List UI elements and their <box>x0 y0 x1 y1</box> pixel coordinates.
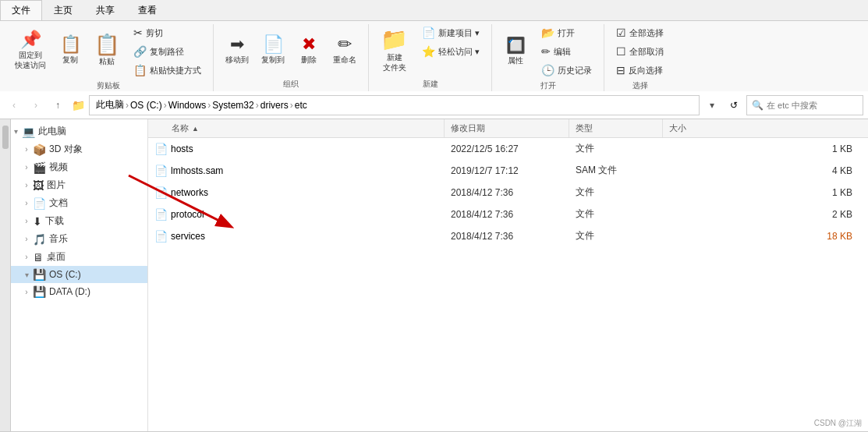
newitem-button[interactable]: 📄 新建项目 ▾ <box>416 24 485 41</box>
file-row-hosts[interactable]: 📄 hosts 2022/12/5 16:27 文件 1 KB <box>148 138 868 160</box>
ribbon-group-organize: ➡ 移动到 📄 复制到 ✖ 删除 ✏ 重命名 组织 <box>214 24 369 91</box>
sidebar-item-documents[interactable]: › 📄 文档 <box>11 194 147 212</box>
sidebar-label-3d: 3D 对象 <box>49 143 83 156</box>
file-date-lmhosts: 2019/12/7 17:12 <box>445 165 569 176</box>
file-row-protocol[interactable]: 📄 protocol 2018/4/12 7:36 文件 2 KB <box>148 204 868 225</box>
pasteshortcut-button[interactable]: 📋 粘贴快捷方式 <box>128 62 207 79</box>
cut-label: 剪切 <box>146 27 163 39</box>
easyaccess-button[interactable]: ⭐ 轻松访问 ▾ <box>416 43 485 60</box>
refresh-button[interactable]: ↺ <box>725 96 743 115</box>
search-input[interactable] <box>767 101 858 110</box>
dropdown-button[interactable]: ▾ <box>703 96 721 115</box>
moveto-button[interactable]: ➡ 移动到 <box>220 24 254 77</box>
documents-icon: 📄 <box>33 197 46 210</box>
tab-view[interactable]: 查看 <box>126 0 168 20</box>
datadrive-icon: 💾 <box>33 285 46 298</box>
file-row-lmhosts[interactable]: 📄 lmhosts.sam 2019/12/7 17:12 SAM 文件 4 K… <box>148 160 868 182</box>
sidebar-item-thispc[interactable]: ▾ 💻 此电脑 <box>11 122 147 140</box>
filename-hosts: hosts <box>171 143 193 154</box>
tab-share[interactable]: 共享 <box>84 0 126 20</box>
filename-networks: networks <box>171 187 208 198</box>
organize-label: 组织 <box>283 77 299 92</box>
col-type-label: 类型 <box>576 122 593 134</box>
selectall-icon: ☑ <box>616 27 626 39</box>
copypath-button[interactable]: 🔗 复制路径 <box>128 43 207 60</box>
forward-button[interactable]: › <box>27 96 45 115</box>
selectnone-button[interactable]: ☐ 全部取消 <box>611 43 669 60</box>
downloads-icon: ⬇ <box>33 215 42 228</box>
open-button[interactable]: 📂 打开 <box>536 24 597 41</box>
rename-button[interactable]: ✏ 重命名 <box>328 24 362 77</box>
invertselect-label: 反向选择 <box>629 65 663 76</box>
col-size[interactable]: 大小 <box>663 119 868 137</box>
sidebar-label-desktop: 桌面 <box>47 250 66 264</box>
sidebar-label-pictures: 图片 <box>47 179 66 192</box>
clipboard-label: 剪贴板 <box>97 79 120 94</box>
ribbon-tabs: 文件 主页 共享 查看 <box>0 0 868 21</box>
path-windows: Windows <box>168 100 207 111</box>
delete-icon: ✖ <box>302 36 316 53</box>
file-row-services[interactable]: 📄 services 2018/4/12 7:36 文件 18 KB <box>148 225 868 247</box>
desktop-icon: 🖥 <box>33 251 44 264</box>
pasteshortcut-label: 粘贴快捷方式 <box>150 65 201 76</box>
select-label: 选择 <box>632 79 648 94</box>
sidebar-label-osdrive: OS (C:) <box>49 269 81 280</box>
sidebar-item-downloads[interactable]: › ⬇ 下载 <box>11 212 147 230</box>
path-drivers: drivers <box>260 100 289 111</box>
sidebar-item-datadrive[interactable]: › 💾 DATA (D:) <box>11 283 147 300</box>
copy-button[interactable]: 📋 复制 <box>53 24 87 77</box>
sidebar-item-video[interactable]: › 🎬 视频 <box>11 158 147 176</box>
sidebar-item-music[interactable]: › 🎵 音乐 <box>11 230 147 248</box>
pin-button[interactable]: 📌 固定到快速访问 <box>9 24 51 77</box>
file-icon-services: 📄 <box>154 230 168 243</box>
paste-button[interactable]: 📋 粘贴 <box>89 24 125 77</box>
sidebar-item-desktop[interactable]: › 🖥 桌面 <box>11 248 147 266</box>
col-type[interactable]: 类型 <box>569 119 663 137</box>
scroll-thumb[interactable] <box>2 126 9 149</box>
sidebar-item-3d[interactable]: › 📦 3D 对象 <box>11 140 147 158</box>
newfolder-icon: 📁 <box>381 29 408 51</box>
path-osdrive: OS (C:) <box>130 100 162 111</box>
col-name[interactable]: 名称 ▲ <box>148 119 445 137</box>
tab-file[interactable]: 文件 <box>0 0 42 20</box>
breadcrumb-path[interactable]: 此电脑 › OS (C:) › Windows › System32 › dri… <box>89 95 700 115</box>
path-system32: System32 <box>212 100 253 111</box>
sidebar-item-osdrive[interactable]: ▾ 💾 OS (C:) <box>11 266 147 283</box>
copyto-button[interactable]: 📄 复制到 <box>256 24 290 77</box>
paste-label: 粘贴 <box>99 56 115 67</box>
file-row-networks[interactable]: 📄 networks 2018/4/12 7:36 文件 1 KB <box>148 182 868 204</box>
back-button[interactable]: ‹ <box>5 96 23 115</box>
address-bar: ‹ › ↑ 📁 此电脑 › OS (C:) › Windows › System… <box>0 91 868 119</box>
select-items: ☑ 全部选择 ☐ 全部取消 ⊟ 反向选择 <box>611 24 669 79</box>
clipboard-items: 📌 固定到快速访问 📋 复制 📋 粘贴 ✂ 剪切 <box>9 24 207 79</box>
invertselect-button[interactable]: ⊟ 反向选择 <box>611 62 669 79</box>
copypath-label: 复制路径 <box>150 46 184 58</box>
filename-protocol: protocol <box>171 209 204 220</box>
selectall-button[interactable]: ☑ 全部选择 <box>611 24 669 41</box>
file-icon-lmhosts: 📄 <box>154 165 168 177</box>
invertselect-icon: ⊟ <box>616 64 625 76</box>
ribbon-group-open: 🔲 ✔ 属性 📂 打开 ✏ 编辑 🕒 <box>492 24 604 91</box>
ribbon-content: 📌 固定到快速访问 📋 复制 📋 粘贴 ✂ 剪切 <box>0 21 868 91</box>
rename-icon: ✏ <box>338 36 352 53</box>
filename-lmhosts: lmhosts.sam <box>171 165 223 176</box>
delete-button[interactable]: ✖ 删除 <box>292 24 326 77</box>
sidebar: ▾ 💻 此电脑 › 📦 3D 对象 › 🎬 视频 › 🖼 图片 › 📄 <box>11 119 148 431</box>
sidebar-scroll-indicator <box>0 119 11 431</box>
history-button[interactable]: 🕒 历史记录 <box>536 62 597 79</box>
up-button[interactable]: ↑ <box>48 96 67 115</box>
open-icon: 📂 <box>541 27 554 39</box>
file-name-lmhosts: 📄 lmhosts.sam <box>148 165 445 177</box>
edit-button[interactable]: ✏ 编辑 <box>536 43 597 60</box>
main-area: ▾ 💻 此电脑 › 📦 3D 对象 › 🎬 视频 › 🖼 图片 › 📄 <box>0 119 868 431</box>
col-date[interactable]: 修改日期 <box>445 119 569 137</box>
cut-button[interactable]: ✂ 剪切 <box>128 24 207 41</box>
sidebar-item-pictures[interactable]: › 🖼 图片 <box>11 176 147 194</box>
search-box[interactable]: 🔍 <box>746 95 863 115</box>
tab-home[interactable]: 主页 <box>42 0 84 20</box>
newfolder-button[interactable]: 📁 新建文件夹 <box>375 24 413 77</box>
properties-button[interactable]: 🔲 ✔ 属性 <box>498 24 533 77</box>
file-icon-protocol: 📄 <box>154 208 168 221</box>
breadcrumb-folder-icon: 📁 <box>70 97 86 113</box>
ribbon-group-new: 📁 新建文件夹 📄 新建项目 ▾ ⭐ 轻松访问 ▾ 新建 <box>369 24 492 91</box>
